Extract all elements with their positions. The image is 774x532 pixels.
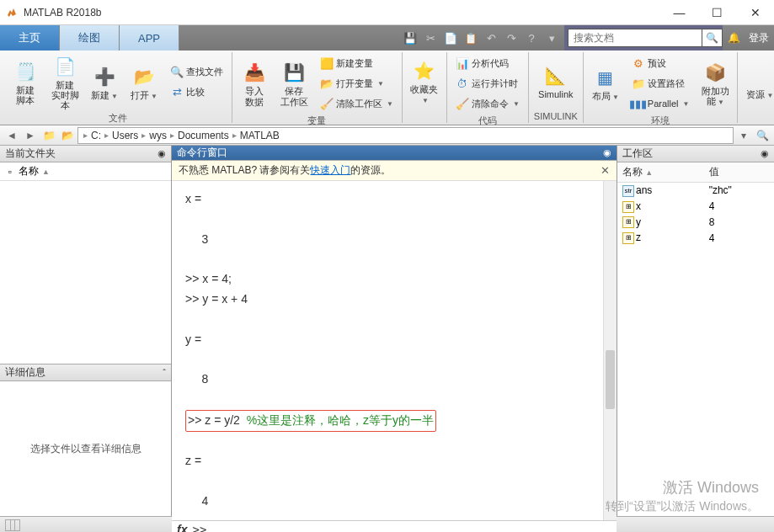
layout-button[interactable]: ▦布局▼ [587,52,624,114]
tab-app[interactable]: APP [120,25,179,51]
crumb-c[interactable]: C: [91,130,101,141]
compare-button[interactable]: ⇄比较 [167,83,227,102]
group-env-caption: 环境 [587,114,734,126]
quick-start-link[interactable]: 快速入门 [310,164,350,176]
new-variable-button[interactable]: 🟨新建变量 [317,54,397,72]
close-button[interactable]: ✕ [736,0,774,25]
group-simulink-caption: SIMULINK [532,111,579,123]
workspace-row[interactable]: ⊞z4 [617,230,774,246]
undo-icon[interactable]: ↶ [482,29,500,47]
import-data-button[interactable]: 📥导入 数据 [236,52,273,114]
current-folder-list[interactable] [0,181,171,364]
import-icon: 📥 [242,60,267,85]
help-icon[interactable]: ? [522,29,541,47]
search-button[interactable]: 🔍 [702,29,723,47]
quick-access-toolbar: 💾 ✂ 📄 📋 ↶ ↷ ? ▾ [398,25,564,51]
banner-close-icon[interactable]: ✕ [601,164,610,177]
crumb-users[interactable]: Users [112,130,138,141]
workspace-row[interactable]: ⊞x4 [617,199,774,215]
fx-icon[interactable]: fx [177,523,187,532]
search-input[interactable] [568,29,702,47]
run-and-time-button[interactable]: ⏱运行并计时 [452,74,523,93]
new-button[interactable]: ➕新建▼ [86,52,123,112]
resources-button[interactable]: 资源▼ [741,52,774,111]
addons-button[interactable]: 📦附加功能▼ [697,52,734,114]
gear-icon: ⚙ [632,56,645,70]
maximize-button[interactable]: ☐ [698,0,736,25]
pane-options-icon[interactable]: ◉ [157,148,166,159]
parallel-button[interactable]: ▮▮▮Parallel▼ [628,94,693,113]
cmd-pane-options-icon[interactable]: ◉ [603,147,611,158]
cut-icon[interactable]: ✂ [421,29,440,47]
analyze-code-button[interactable]: 📊分析代码 [452,54,523,72]
path-bar: ◄ ► 📁 📂 ▸ C:▸ Users▸ wys▸ Documents▸ MAT… [0,125,774,146]
details-empty-text: 选择文件以查看详细信息 [0,381,171,516]
current-folder-column-name[interactable]: ▫ 名称 ▲ [0,162,171,181]
login-button[interactable]: 登录 [749,31,769,45]
save-workspace-button[interactable]: 💾保存 工作区 [275,52,312,114]
simulink-button[interactable]: 📐Simulink [532,52,579,111]
favorites-button[interactable]: ⭐收藏夹▼ [406,52,443,111]
new-var-icon: 🟨 [320,56,334,70]
clear-commands-button[interactable]: 🧹清除命令▼ [452,94,523,113]
copy-icon[interactable]: 📄 [441,29,460,47]
bell-icon[interactable]: 🔔 [728,32,740,44]
sort-icon: ▲ [42,168,50,176]
open-variable-button[interactable]: 📂打开变量▼ [317,74,397,93]
matlab-logo-icon [5,6,19,19]
tab-home[interactable]: 主页 [0,25,60,51]
command-window-pane-title: 命令行窗口 ◉ [172,146,617,161]
back-button[interactable]: ◄ [3,128,20,143]
dropdown-icon[interactable]: ▾ [542,29,561,47]
parallel-icon: ▮▮▮ [632,97,645,110]
command-window-text[interactable]: x = 3 >> x = 4; >> y = x + 4 y = 8 >> z … [172,181,617,520]
analyze-icon: 📊 [456,56,469,70]
workspace-options-icon[interactable]: ◉ [761,148,769,159]
workspace-row[interactable]: ⊞y8 [617,215,774,231]
folder-open-icon: 📂 [131,64,157,89]
set-path-button[interactable]: 📁设置路径 [628,74,693,93]
crumb-wys[interactable]: wys [149,130,167,141]
app-title: MATLAB R2018b [24,7,660,19]
crumb-documents[interactable]: Documents [178,130,229,141]
find-files-button[interactable]: 🔍查找文件 [167,63,227,82]
clear-cmd-icon: 🧹 [456,97,469,110]
redo-icon[interactable]: ↷ [502,29,520,47]
plus-icon: ➕ [92,64,117,89]
command-window-banner: 不熟悉 MATLAB? 请参阅有关快速入门的资源。 ✕ [172,161,617,181]
new-script-button[interactable]: 🗒️新建 脚本 [7,52,44,112]
tab-plot[interactable]: 绘图 [60,25,120,51]
save-icon[interactable]: 💾 [401,29,419,47]
command-scrollbar[interactable] [603,181,617,520]
up-folder-button[interactable]: 📁 [40,128,57,143]
layout-toggle-button[interactable] [5,519,20,531]
crumb-matlab[interactable]: MATLAB [240,130,280,141]
preferences-button[interactable]: ⚙预设 [628,54,693,72]
path-dropdown-button[interactable]: ▾ [735,128,752,143]
new-live-script-button[interactable]: 📄新建 实时脚本 [46,52,83,112]
new-script-icon: 🗒️ [13,59,38,84]
paste-icon[interactable]: 📋 [462,29,480,47]
command-prompt[interactable]: fx >> [172,520,617,532]
minimize-button[interactable]: — [660,0,698,25]
group-file-caption: 文件 [7,112,228,124]
open-button[interactable]: 📂打开▼ [125,52,163,112]
forward-button[interactable]: ► [22,128,39,143]
save-ws-icon: 💾 [281,60,307,85]
search-path-button[interactable]: 🔍 [754,128,771,143]
layout-icon: ▦ [593,65,618,90]
group-code-caption: 代码 [451,114,525,126]
path-icon: 📁 [632,77,645,90]
search-files-icon: 🔍 [170,66,184,79]
browse-folder-button[interactable]: 📂 [59,128,76,143]
new-live-script-icon: 📄 [52,54,77,79]
workspace-col-value[interactable]: 值 [704,162,774,183]
ribbon: 主页 绘图 APP 💾 ✂ 📄 📋 ↶ ↷ ? ▾ 🔍 🔔 登录 🗒️新建 [0,25,774,125]
workspace-col-name[interactable]: 名称 ▲ [617,162,704,183]
breadcrumb[interactable]: ▸ C:▸ Users▸ wys▸ Documents▸ MATLAB [77,127,734,144]
resources-icon [747,63,772,88]
details-pane-title: 详细信息 ˆ [0,364,171,381]
clear-workspace-button[interactable]: 🧹清除工作区▼ [317,94,397,113]
workspace-row[interactable]: strans"zhc" [617,183,774,199]
details-expand-icon[interactable]: ˆ [163,368,166,378]
